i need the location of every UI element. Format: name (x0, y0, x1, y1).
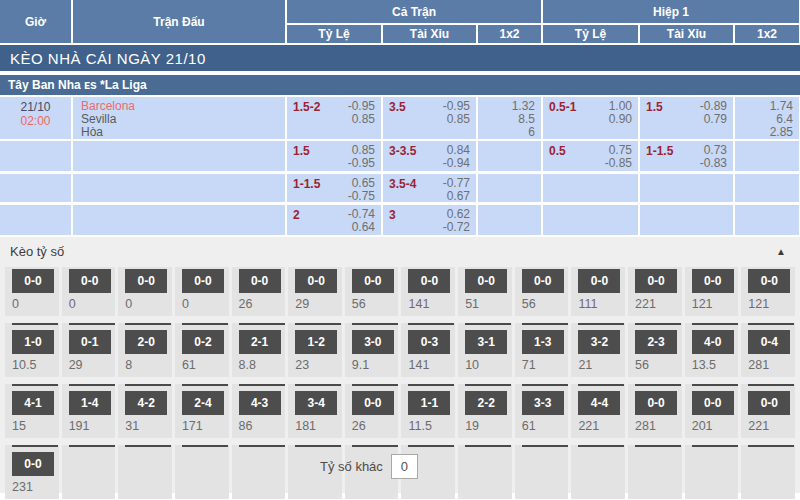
score-option[interactable]: 3-1 (465, 330, 507, 354)
score-option[interactable]: 3-3 (522, 391, 564, 415)
ft-handicap-cell[interactable]: 2-0.740.64 (287, 205, 381, 235)
score-option[interactable]: 0-0 (748, 269, 790, 293)
h1-handicap-odd-value[interactable]: -0.85 (605, 157, 632, 170)
ft-1x2-odd-value[interactable]: 6 (512, 126, 535, 139)
score-odds: 201 (692, 419, 739, 434)
ft-overunder-cell[interactable]: 30.62-0.72 (383, 205, 476, 235)
ft-overunder-odds[interactable]: -0.770.67 (443, 177, 470, 203)
score-option[interactable]: 2-1 (239, 330, 281, 354)
score-option[interactable]: 4-4 (578, 391, 620, 415)
ft-handicap-cell[interactable]: 1.5-2-0.950.85 (287, 97, 381, 139)
odds-row: 1-1.50.65-0.753.5-4-0.770.67 (0, 174, 800, 202)
score-option[interactable]: 0-0 (522, 269, 564, 293)
correct-score-section: Kèo tỷ số ▲ 0-000-000-000-000-0260-0290-… (0, 237, 800, 493)
ft-handicap-odd-value[interactable]: -0.75 (348, 190, 375, 203)
score-option[interactable]: 2-4 (182, 391, 224, 415)
score-option[interactable]: 0-0 (182, 269, 224, 293)
score-option[interactable]: 1-2 (295, 330, 337, 354)
score-option[interactable]: 3-4 (295, 391, 337, 415)
score-option[interactable]: 0-0 (465, 269, 507, 293)
score-option[interactable]: 1-3 (522, 330, 564, 354)
score-option[interactable]: 4-3 (239, 391, 281, 415)
ft-handicap-odd-value[interactable]: -0.95 (348, 157, 375, 170)
score-option[interactable]: 1-4 (69, 391, 111, 415)
ft-handicap-cell[interactable]: 1.50.85-0.95 (287, 141, 381, 171)
score-option[interactable]: 3-2 (578, 330, 620, 354)
h1-overunder-odd-value[interactable]: 0.79 (700, 113, 727, 126)
ft-1x2-odds[interactable]: 1.328.56 (512, 100, 535, 139)
ft-handicap-odd-value[interactable]: 0.64 (348, 221, 375, 234)
other-score-input[interactable] (391, 454, 418, 479)
h1-handicap-cell[interactable]: 0.50.75-0.85 (543, 141, 638, 171)
score-option[interactable]: 2-2 (465, 391, 507, 415)
score-option[interactable]: 0-2 (182, 330, 224, 354)
score-option[interactable]: 0-0 (408, 269, 450, 293)
score-option[interactable]: 0-0 (352, 391, 394, 415)
score-option[interactable]: 0-0 (12, 269, 54, 293)
score-option[interactable]: 1-0 (12, 330, 54, 354)
ft-overunder-odds[interactable]: 0.84-0.94 (443, 144, 470, 170)
score-option[interactable]: 3-0 (352, 330, 394, 354)
ft-handicap-odds[interactable]: -0.950.85 (348, 100, 375, 126)
score-option[interactable]: 0-0 (635, 391, 677, 415)
h1-1x2-cell[interactable]: 1.746.42.85 (735, 97, 799, 139)
score-option[interactable]: 2-3 (635, 330, 677, 354)
ft-overunder-odds[interactable]: 0.62-0.72 (443, 208, 470, 234)
h1-1x2-odds[interactable]: 1.746.42.85 (770, 100, 793, 139)
score-option[interactable]: 0-1 (69, 330, 111, 354)
ft-overunder-odd-value[interactable]: 0.67 (443, 190, 470, 203)
score-option[interactable]: 0-0 (12, 452, 54, 476)
row-divider-line (635, 384, 681, 386)
ft-1x2-cell (478, 174, 541, 202)
ft-overunder-odds[interactable]: -0.950.85 (443, 100, 470, 126)
score-option[interactable]: 0-0 (125, 269, 167, 293)
ft-overunder-odd-value[interactable]: 0.85 (443, 113, 470, 126)
score-option[interactable]: 0-0 (69, 269, 111, 293)
h1-1x2-odd-value[interactable]: 2.85 (770, 126, 793, 139)
ft-overunder-cell[interactable]: 3.5-4-0.770.67 (383, 174, 476, 202)
score-option[interactable]: 0-0 (692, 269, 734, 293)
row-divider-line (12, 445, 58, 447)
h1-overunder-odds[interactable]: 0.73-0.83 (700, 144, 727, 170)
h1-overunder-odds[interactable]: -0.890.79 (700, 100, 727, 126)
ft-handicap-odd-value[interactable]: 0.85 (348, 113, 375, 126)
h1-handicap-odd-value[interactable]: 0.90 (609, 113, 632, 126)
score-option[interactable]: 0-3 (408, 330, 450, 354)
score-option[interactable]: 0-0 (748, 391, 790, 415)
score-option[interactable]: 0-0 (578, 269, 620, 293)
score-cell: 0-4281 (741, 323, 795, 377)
score-odds: 0 (182, 297, 229, 312)
ft-overunder-odd-value[interactable]: -0.72 (443, 221, 470, 234)
row-divider-line (69, 323, 115, 325)
score-option[interactable]: 4-0 (692, 330, 734, 354)
ft-1x2-cell[interactable]: 1.328.56 (478, 97, 541, 139)
ft-handicap-odds[interactable]: 0.65-0.75 (348, 177, 375, 203)
h1-overunder-cell[interactable]: 1-1.50.73-0.83 (640, 141, 733, 171)
score-option[interactable]: 4-2 (125, 391, 167, 415)
row-divider-line (182, 323, 228, 325)
score-option[interactable]: 0-4 (748, 330, 790, 354)
ft-handicap-odds[interactable]: 0.85-0.95 (348, 144, 375, 170)
collapse-arrow-icon[interactable]: ▲ (776, 246, 786, 257)
h1-overunder-cell[interactable]: 1.5-0.890.79 (640, 97, 733, 139)
ft-handicap-odds[interactable]: -0.740.64 (348, 208, 375, 234)
ft-overunder-cell[interactable]: 3.5-0.950.85 (383, 97, 476, 139)
league-banner[interactable]: Tây Ban Nha ᴇs *La Liga (0, 75, 800, 95)
h1-handicap-odds[interactable]: 1.000.90 (609, 100, 632, 126)
score-option[interactable]: 0-0 (635, 269, 677, 293)
score-option[interactable]: 0-0 (239, 269, 281, 293)
score-option[interactable]: 0-0 (295, 269, 337, 293)
ft-overunder-odd-value[interactable]: -0.94 (443, 157, 470, 170)
h1-handicap-odds[interactable]: 0.75-0.85 (605, 144, 632, 170)
h1-overunder-odd-value[interactable]: -0.83 (700, 157, 727, 170)
score-option[interactable]: 0-0 (692, 391, 734, 415)
row-divider-line (239, 384, 285, 386)
ft-handicap-cell[interactable]: 1-1.50.65-0.75 (287, 174, 381, 202)
h1-handicap-cell[interactable]: 0.5-11.000.90 (543, 97, 638, 139)
score-option[interactable]: 0-0 (352, 269, 394, 293)
score-option[interactable]: 2-0 (125, 330, 167, 354)
score-cell (62, 445, 116, 499)
score-option[interactable]: 4-1 (12, 391, 54, 415)
ft-overunder-cell[interactable]: 3-3.50.84-0.94 (383, 141, 476, 171)
score-option[interactable]: 1-1 (408, 391, 450, 415)
